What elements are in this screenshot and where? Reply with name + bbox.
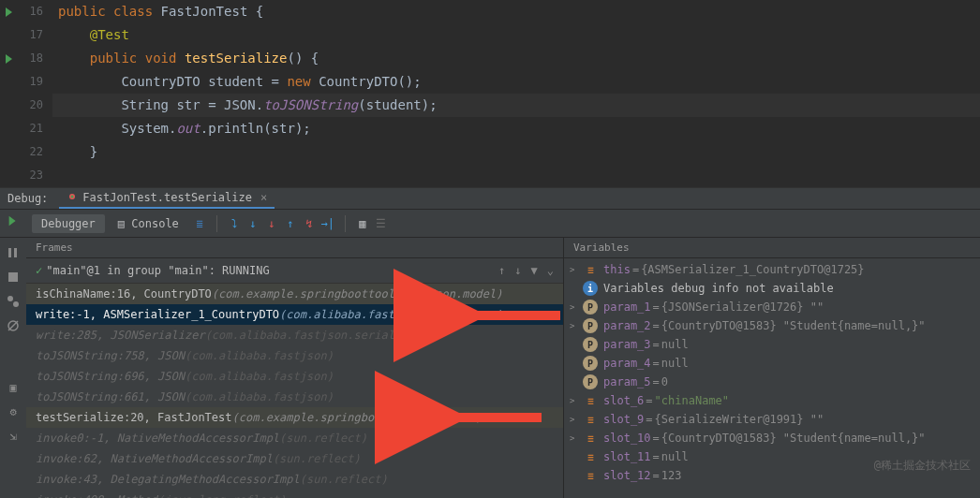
debug-label: Debug: <box>7 192 48 205</box>
stack-frame[interactable]: testSerialize:20, FastJonTest (com.examp… <box>26 407 563 428</box>
var-badge-icon: P <box>583 337 598 352</box>
watermark: @稀土掘金技术社区 <box>874 458 971 474</box>
stack-frame[interactable]: toJSONString:696, JSON (com.alibaba.fast… <box>26 366 563 387</box>
left-rail: ▣ ⚙ ⇲ <box>0 238 26 498</box>
var-badge-icon: ≡ <box>583 468 598 483</box>
debug-toolbar: Debugger ▤ Console ≣ ⤵ ↓ ↓ ↑ ↯ →| ▦ ☰ <box>0 210 980 238</box>
prev-frame-icon[interactable]: ↑ <box>498 264 505 277</box>
var-badge-icon: i <box>583 281 598 296</box>
gutter-marks <box>0 0 17 187</box>
run-to-cursor-icon[interactable]: →| <box>320 216 335 231</box>
debugger-tab[interactable]: Debugger <box>32 214 105 233</box>
run-gutter-icon[interactable] <box>6 54 12 64</box>
mute-breakpoints-icon[interactable] <box>6 318 21 333</box>
var-badge-icon: ≡ <box>583 431 598 446</box>
filter-icon[interactable]: ▼ <box>531 264 538 277</box>
view-breakpoints-icon[interactable] <box>6 294 21 309</box>
svg-rect-2 <box>8 248 11 257</box>
variable-row[interactable]: >Pparam_1 = {JSONSerializer@1726} "" <box>564 298 980 316</box>
line-number-gutter: 1617181920212223 <box>17 0 52 187</box>
close-icon[interactable]: × <box>260 191 267 204</box>
expand-icon[interactable]: > <box>570 321 581 330</box>
side-tool-column <box>0 210 26 237</box>
expand-icon[interactable]: > <box>570 396 581 405</box>
stack-frame[interactable]: write:285, JSONSerializer (com.alibaba.f… <box>26 325 563 345</box>
variable-row[interactable]: iVariables debug info not available <box>564 279 980 298</box>
variable-row[interactable]: >≡slot_10 = {CountryDTO@1583} "Student{n… <box>564 429 980 447</box>
stack-frame[interactable]: invoke:498, Method (java.lang.reflect) <box>26 490 563 498</box>
force-step-into-icon[interactable]: ↓ <box>264 216 279 231</box>
svg-point-1 <box>71 195 74 198</box>
var-badge-icon: ≡ <box>583 262 598 277</box>
separator <box>216 215 217 232</box>
expand-icon[interactable]: > <box>570 433 581 443</box>
expand-icon[interactable]: > <box>570 265 581 274</box>
stack-frame[interactable]: toJSONString:758, JSON (com.alibaba.fast… <box>26 345 563 366</box>
drop-frame-icon[interactable]: ↯ <box>302 216 317 231</box>
debug-panels: ▣ ⚙ ⇲ Frames ✓"main"@1 in group "main": … <box>0 238 980 498</box>
thread-selector[interactable]: ✓"main"@1 in group "main": RUNNING ↑ ↓ ▼… <box>26 258 563 284</box>
svg-rect-4 <box>8 272 18 282</box>
svg-point-5 <box>7 296 13 301</box>
variables-header: Variables <box>564 238 980 258</box>
frames-list[interactable]: isChinaName:16, CountryDTO (com.example.… <box>26 284 563 498</box>
stack-frame[interactable]: toJSONString:661, JSON (com.alibaba.fast… <box>26 387 563 407</box>
settings-icon[interactable]: ⚙ <box>6 404 21 419</box>
var-badge-icon: P <box>583 300 598 315</box>
step-over-icon[interactable]: ⤵ <box>227 216 242 231</box>
next-frame-icon[interactable]: ↓ <box>514 264 521 277</box>
bug-icon <box>67 191 78 205</box>
expand-icon[interactable]: > <box>570 415 581 424</box>
stack-frame[interactable]: write:-1, ASMSerializer_1_CountryDTO (co… <box>26 304 563 325</box>
var-badge-icon: ≡ <box>583 449 598 464</box>
debug-toolwindow-bar: Debug: FastJonTest.testSerialize × <box>0 187 980 210</box>
rerun-icon[interactable] <box>6 213 21 228</box>
pin-icon[interactable]: ⇲ <box>6 429 21 444</box>
svg-rect-3 <box>14 248 17 257</box>
separator <box>345 215 346 232</box>
run-gutter-icon[interactable] <box>6 7 12 17</box>
variable-row[interactable]: >Pparam_2 = {CountryDTO@1583} "Student{n… <box>564 316 980 335</box>
code-area[interactable]: public class FastJonTest { @Test public … <box>52 0 980 187</box>
var-badge-icon: ≡ <box>583 412 598 427</box>
variable-row[interactable]: Pparam_3 = null <box>564 335 980 354</box>
debug-tab-label: FastJonTest.testSerialize <box>82 191 252 204</box>
evaluate-icon[interactable]: ▦ <box>355 216 370 231</box>
variables-list[interactable]: >≡this = {ASMSerializer_1_CountryDTO@172… <box>564 258 980 487</box>
variable-row[interactable]: >≡slot_6 = "chinaName" <box>564 391 980 410</box>
step-into-icon[interactable]: ↓ <box>245 216 260 231</box>
variable-row[interactable]: Pparam_5 = 0 <box>564 373 980 391</box>
var-badge-icon: P <box>583 356 598 371</box>
threads-icon[interactable]: ≣ <box>192 216 207 231</box>
stop-icon[interactable] <box>6 270 21 285</box>
variable-row[interactable]: >≡this = {ASMSerializer_1_CountryDTO@172… <box>564 260 980 279</box>
variable-row[interactable]: >≡slot_9 = {SerializeWriter@1991} "" <box>564 410 980 429</box>
check-icon: ✓ <box>36 264 42 277</box>
stack-frame[interactable]: invoke:62, NativeMethodAccessorImpl (sun… <box>26 448 563 469</box>
resume-icon[interactable] <box>6 245 21 260</box>
step-out-icon[interactable]: ↑ <box>283 216 298 231</box>
var-badge-icon: ≡ <box>583 393 598 408</box>
trace-icon[interactable]: ☰ <box>374 216 389 231</box>
var-badge-icon: P <box>583 374 598 389</box>
frames-panel: Frames ✓"main"@1 in group "main": RUNNIN… <box>26 238 564 498</box>
variable-row[interactable]: Pparam_4 = null <box>564 354 980 373</box>
console-tab[interactable]: ▤ Console <box>109 214 188 233</box>
debug-session-tab[interactable]: FastJonTest.testSerialize × <box>59 188 275 209</box>
layout-icon[interactable]: ▣ <box>6 380 21 395</box>
stack-frame[interactable]: invoke:43, DelegatingMethodAccessorImpl … <box>26 469 563 490</box>
svg-point-6 <box>13 301 19 307</box>
stack-frame[interactable]: isChinaName:16, CountryDTO (com.example.… <box>26 284 563 304</box>
stack-frame[interactable]: invoke0:-1, NativeMethodAccessorImpl (su… <box>26 428 563 448</box>
expand-icon[interactable]: > <box>570 302 581 312</box>
code-editor[interactable]: 1617181920212223 public class FastJonTes… <box>0 0 980 187</box>
var-badge-icon: P <box>583 318 598 333</box>
chevron-down-icon[interactable]: ⌄ <box>547 264 554 277</box>
frames-header: Frames <box>26 238 563 258</box>
